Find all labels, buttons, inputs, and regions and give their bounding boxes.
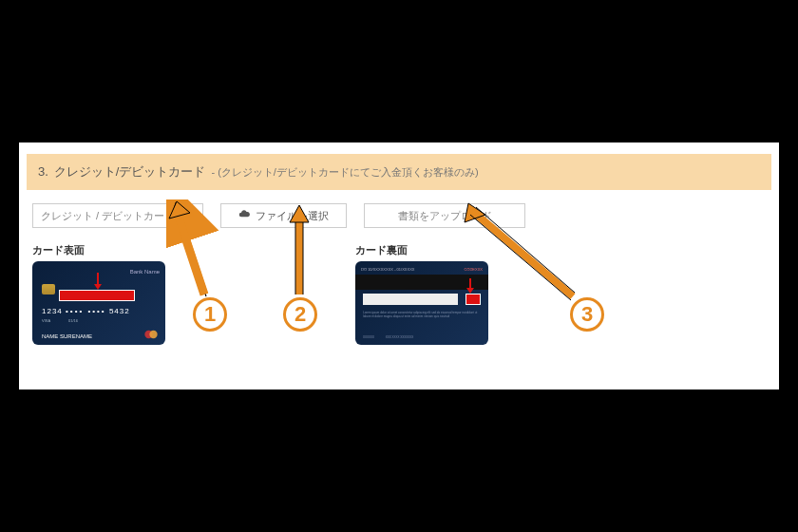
- card-number-suffix: 5432: [109, 307, 130, 315]
- card-expiry: 01/16: [68, 318, 78, 323]
- cloud-upload-icon: [238, 210, 250, 221]
- card-front: Bank Name 1234 •••• •••• 5432 VISA 01/16…: [32, 261, 165, 345]
- card-back-topline-right: CODEXXX: [464, 267, 483, 272]
- upload-panel: 3. クレジット/デビットカード - (クレジット/デビットカードにてご入金頂く…: [19, 142, 779, 390]
- card-back-topline: DO 10/XXXXXXXX - 01/XXXXX: [361, 267, 414, 272]
- card-chip-icon: [42, 284, 55, 294]
- signature-strip: [363, 294, 458, 305]
- card-type-select[interactable]: クレジット / デビットカード: [32, 203, 203, 228]
- controls-row: クレジット / デビットカード ファイルを選択 書類をアップロード: [19, 190, 779, 234]
- card-number: 1234 •••• •••• 5432: [42, 307, 130, 315]
- choose-file-button[interactable]: ファイルを選択: [220, 203, 347, 228]
- card-brand-icon: [142, 330, 160, 339]
- section-subtitle: - (クレジット/デビットカードにてご入金頂くお客様のみ): [211, 165, 478, 180]
- card-back: DO 10/XXXXXXXX - 01/XXXXX CODEXXX Lorem …: [355, 261, 488, 345]
- annotation-number-2: 2: [283, 297, 317, 332]
- card-back-label: カード裏面: [355, 243, 488, 257]
- card-fineprint-2: XXXXXX XXX XXXX XXXXXXX: [363, 335, 481, 339]
- card-bank-name: Bank Name: [130, 269, 160, 275]
- card-front-column: カード表面 Bank Name 1234 •••• •••• 5432 VISA…: [32, 243, 165, 345]
- annotation-number-3: 3: [570, 297, 604, 332]
- section-header: 3. クレジット/デビットカード - (クレジット/デビットカードにてご入金頂く…: [27, 154, 771, 190]
- annotation-number-1: 1: [193, 297, 227, 332]
- section-title: クレジット/デビットカード: [54, 163, 206, 180]
- section-number: 3.: [38, 164, 48, 179]
- svg-point-2: [149, 331, 157, 338]
- card-number-prefix: 1234: [42, 307, 63, 315]
- cards-row: カード表面 Bank Name 1234 •••• •••• 5432 VISA…: [19, 234, 779, 345]
- card-front-label: カード表面: [32, 243, 165, 257]
- upload-label: 書類をアップロード: [398, 209, 492, 223]
- select-placeholder: クレジット / デビットカード: [41, 209, 175, 223]
- down-arrow-icon: [92, 273, 104, 292]
- card-number-masked: •••• ••••: [66, 307, 106, 315]
- choose-file-label: ファイルを選択: [256, 209, 329, 223]
- card-holder: NAME SURENAME: [42, 333, 92, 339]
- card-brand-small: VISA: [42, 318, 50, 323]
- down-arrow-icon: [466, 278, 475, 295]
- chevron-down-icon: [187, 210, 195, 221]
- card-back-column: カード裏面 DO 10/XXXXXXXX - 01/XXXXX CODEXXX …: [355, 243, 488, 345]
- upload-button[interactable]: 書類をアップロード: [364, 203, 525, 228]
- card-fineprint: Lorem ipsum dolor sit amet consectetur a…: [363, 311, 481, 318]
